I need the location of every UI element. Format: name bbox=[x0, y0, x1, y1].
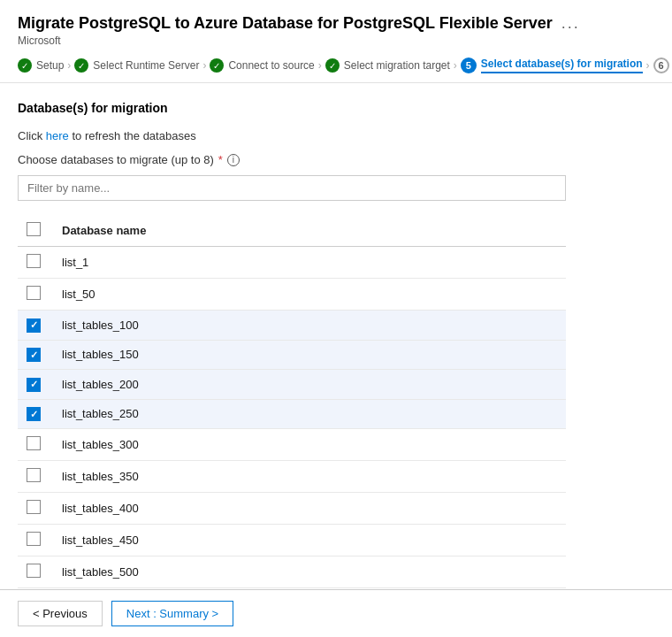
db-checkbox-list_tables_450[interactable] bbox=[27, 532, 41, 546]
db-checkbox-list_tables_200[interactable] bbox=[27, 378, 41, 392]
info-icon[interactable]: i bbox=[227, 154, 240, 166]
table-row: list_1 bbox=[18, 247, 566, 279]
table-header: Database name bbox=[18, 215, 566, 247]
table-row: list_50 bbox=[18, 279, 566, 311]
step-sep-1: › bbox=[67, 59, 71, 72]
header-db-name: Database name bbox=[53, 215, 566, 247]
table-row: list_tables_300 bbox=[18, 429, 566, 461]
db-name-cell: list_tables_150 bbox=[53, 340, 566, 370]
table-row: list_tables_350 bbox=[18, 461, 566, 493]
db-name-cell: list_tables_450 bbox=[53, 525, 566, 556]
step-connect[interactable]: Connect to source bbox=[210, 58, 314, 73]
db-name-cell: list_1 bbox=[53, 247, 566, 279]
step-select-db-number-icon: 5 bbox=[461, 58, 477, 73]
refresh-link[interactable]: here bbox=[46, 129, 69, 142]
db-checkbox-cell bbox=[18, 370, 53, 400]
step-sep-4: › bbox=[454, 59, 457, 72]
step-setup-label: Setup bbox=[36, 59, 64, 72]
table-row: list_tables_200 bbox=[18, 370, 566, 400]
title-ellipsis: ... bbox=[561, 14, 580, 33]
table-row: list_tables_250 bbox=[18, 399, 566, 429]
database-table: Database name list_1list_50list_tables_1… bbox=[18, 215, 566, 637]
step-select-db[interactable]: 5 Select database(s) for migration bbox=[461, 58, 643, 73]
db-checkbox-cell bbox=[18, 247, 53, 279]
main-content: Database(s) for migration Click here to … bbox=[0, 83, 672, 637]
db-checkbox-cell bbox=[18, 311, 53, 341]
db-checkbox-list_tables_350[interactable] bbox=[27, 468, 41, 482]
db-checkbox-cell bbox=[18, 399, 53, 429]
db-checkbox-cell bbox=[18, 493, 53, 525]
step-setup[interactable]: Setup bbox=[18, 58, 64, 73]
step-runtime-label: Select Runtime Server bbox=[93, 59, 199, 72]
table-row: list_tables_150 bbox=[18, 340, 566, 370]
db-checkbox-cell bbox=[18, 340, 53, 370]
steps-bar: Setup › Select Runtime Server › Connect … bbox=[0, 47, 672, 83]
step-sep-5: › bbox=[646, 59, 650, 72]
section-title: Database(s) for migration bbox=[18, 101, 654, 115]
db-checkbox-list_tables_100[interactable] bbox=[27, 318, 41, 333]
db-checkbox-cell bbox=[18, 461, 53, 493]
db-checkbox-list_tables_250[interactable] bbox=[27, 407, 41, 421]
choose-label: Choose databases to migrate (up to 8) bbox=[18, 153, 214, 166]
step-connect-check-icon bbox=[210, 58, 224, 73]
step-sep-3: › bbox=[318, 59, 322, 72]
footer: < Previous Next : Summary > bbox=[0, 589, 672, 637]
step-migration-target-label: Select migration target bbox=[344, 59, 450, 72]
table-row: list_tables_100 bbox=[18, 311, 566, 341]
db-name-cell: list_tables_100 bbox=[53, 311, 566, 341]
db-checkbox-cell bbox=[18, 556, 53, 588]
step-summary-number-icon: 6 bbox=[653, 58, 669, 73]
db-checkbox-list_tables_500[interactable] bbox=[27, 564, 41, 578]
db-checkbox-cell bbox=[18, 525, 53, 556]
step-setup-check-icon bbox=[18, 58, 32, 73]
table-row: list_tables_400 bbox=[18, 493, 566, 525]
step-connect-label: Connect to source bbox=[228, 59, 314, 72]
table-row: list_tables_500 bbox=[18, 556, 566, 588]
page-subtitle: Microsoft bbox=[18, 35, 654, 47]
refresh-text: Click here to refresh the databases bbox=[18, 129, 654, 142]
filter-input[interactable] bbox=[18, 175, 566, 201]
db-checkbox-list_tables_400[interactable] bbox=[27, 500, 41, 514]
step-sep-2: › bbox=[202, 59, 206, 72]
step-runtime-check-icon bbox=[74, 58, 88, 73]
page-title-text: Migrate PostgreSQL to Azure Database for… bbox=[18, 14, 553, 33]
next-button[interactable]: Next : Summary > bbox=[111, 601, 233, 626]
db-name-cell: list_tables_350 bbox=[53, 461, 566, 493]
refresh-text-before: Click bbox=[18, 129, 46, 142]
header-checkbox-cell bbox=[18, 215, 53, 247]
step-runtime[interactable]: Select Runtime Server bbox=[74, 58, 199, 73]
refresh-text-after: to refresh the databases bbox=[69, 129, 196, 142]
required-star: * bbox=[218, 153, 223, 166]
table-row: list_tables_450 bbox=[18, 525, 566, 556]
step-select-db-label: Select database(s) for migration bbox=[481, 58, 643, 73]
select-all-checkbox[interactable] bbox=[27, 222, 41, 236]
database-list: list_1list_50list_tables_100list_tables_… bbox=[18, 247, 566, 638]
db-checkbox-list_tables_150[interactable] bbox=[27, 348, 41, 362]
db-name-cell: list_tables_200 bbox=[53, 370, 566, 400]
db-name-cell: list_50 bbox=[53, 279, 566, 311]
db-name-cell: list_tables_400 bbox=[53, 493, 566, 525]
db-checkbox-cell bbox=[18, 429, 53, 461]
db-checkbox-cell bbox=[18, 279, 53, 311]
db-name-cell: list_tables_500 bbox=[53, 556, 566, 588]
page-title: Migrate PostgreSQL to Azure Database for… bbox=[18, 14, 654, 33]
choose-text: Choose databases to migrate (up to 8) * … bbox=[18, 153, 654, 166]
db-checkbox-list_1[interactable] bbox=[27, 254, 41, 268]
step-migration-target[interactable]: Select migration target bbox=[325, 58, 450, 73]
previous-button[interactable]: < Previous bbox=[18, 601, 103, 626]
step-migration-target-check-icon bbox=[325, 58, 340, 73]
db-name-cell: list_tables_250 bbox=[53, 399, 566, 429]
db-checkbox-list_50[interactable] bbox=[27, 286, 41, 300]
db-checkbox-list_tables_300[interactable] bbox=[27, 436, 41, 450]
db-name-cell: list_tables_300 bbox=[53, 429, 566, 461]
page-header: Migrate PostgreSQL to Azure Database for… bbox=[0, 0, 672, 47]
step-summary[interactable]: 6 Summary bbox=[653, 58, 672, 73]
